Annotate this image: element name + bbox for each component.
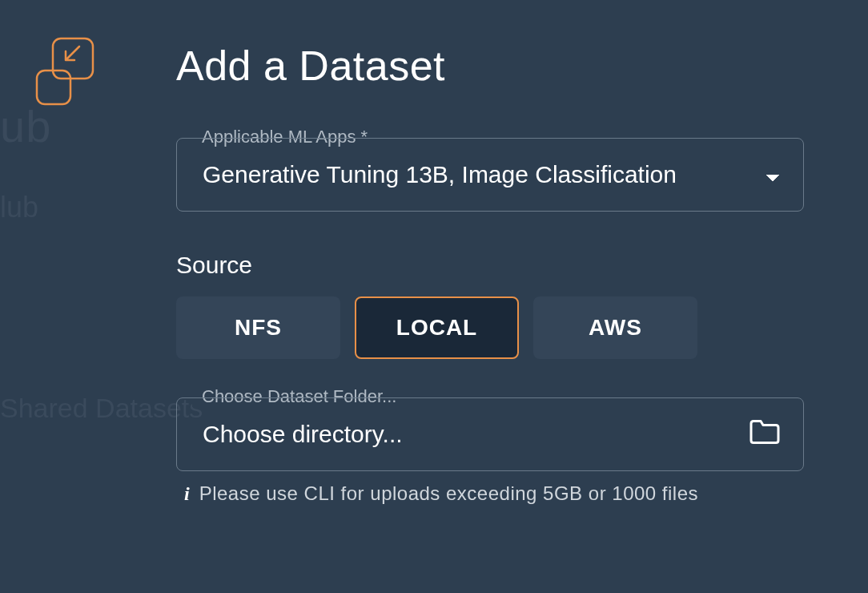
source-tab-nfs[interactable]: NFS bbox=[176, 296, 340, 359]
background-text: Shared Datasets bbox=[0, 393, 203, 424]
ml-apps-selected-value: Generative Tuning 13B, Image Classificat… bbox=[203, 161, 755, 188]
source-tabs: NFS LOCAL AWS bbox=[176, 296, 804, 359]
ml-apps-select[interactable]: Generative Tuning 13B, Image Classificat… bbox=[176, 138, 804, 212]
background-text: lub bbox=[0, 191, 38, 224]
folder-icon bbox=[749, 419, 781, 450]
folder-field-container: Choose Dataset Folder... Choose director… bbox=[176, 397, 804, 471]
folder-picker[interactable]: Choose directory... bbox=[176, 397, 804, 471]
info-icon: i bbox=[184, 483, 190, 505]
folder-placeholder: Choose directory... bbox=[203, 421, 403, 448]
chevron-down-icon bbox=[765, 161, 781, 188]
svg-rect-0 bbox=[53, 38, 93, 79]
source-tab-local[interactable]: LOCAL bbox=[355, 296, 519, 359]
app-logo-icon bbox=[34, 32, 98, 115]
helper-text-row: i Please use CLI for uploads exceeding 5… bbox=[176, 482, 804, 505]
ml-apps-field-container: Applicable ML Apps * Generative Tuning 1… bbox=[176, 138, 804, 212]
source-label: Source bbox=[176, 252, 804, 279]
source-tab-aws[interactable]: AWS bbox=[533, 296, 697, 359]
page-title: Add a Dataset bbox=[176, 42, 804, 90]
helper-message: Please use CLI for uploads exceeding 5GB… bbox=[199, 482, 698, 505]
source-section: Source NFS LOCAL AWS bbox=[176, 252, 804, 359]
